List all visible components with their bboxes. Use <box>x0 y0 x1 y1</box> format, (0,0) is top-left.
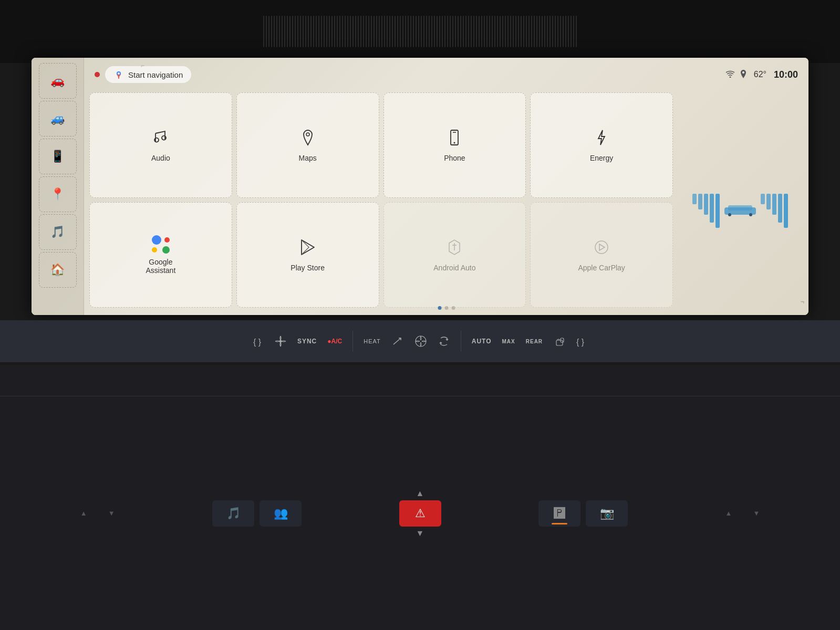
battery-bar <box>710 194 714 223</box>
right-arrow-up[interactable]: ▲ <box>725 509 732 517</box>
audio-icon <box>151 128 170 147</box>
vent-line <box>345 16 346 47</box>
vent-line <box>565 16 566 47</box>
left-arrow-up[interactable]: ▲ <box>80 509 87 517</box>
camera-button[interactable]: 📷 <box>586 500 628 527</box>
vent-line <box>352 16 354 47</box>
center-down-arrow[interactable]: ▼ <box>416 529 424 538</box>
users-hw-button[interactable]: 👥 <box>260 500 302 527</box>
sidebar-item-vehicle[interactable]: 🚙 <box>39 101 77 136</box>
sidebar-item-trailer[interactable]: 🚗 <box>39 63 77 99</box>
vent-line <box>413 16 414 47</box>
vent-line <box>515 16 516 47</box>
climate-item-left-bracket[interactable]: { } <box>253 333 264 349</box>
app-tile-google_assistant[interactable]: GoogleAssistant <box>89 202 232 308</box>
app-tile-maps[interactable]: Maps <box>236 92 379 198</box>
battery-visual <box>692 194 788 228</box>
android_auto-icon-container <box>445 238 464 259</box>
right-arrow-down[interactable]: ▼ <box>753 509 760 517</box>
vent-line <box>502 16 503 47</box>
svg-point-1 <box>118 72 120 75</box>
climate-item-max[interactable]: MAX <box>502 339 515 344</box>
start-navigation-button[interactable]: Start navigation <box>105 66 191 83</box>
app-tile-audio[interactable]: Audio <box>89 92 232 198</box>
vent-line <box>379 16 380 47</box>
app-tile-energy[interactable]: Energy <box>530 92 673 198</box>
vent-line <box>494 16 495 47</box>
climate-item-heat[interactable]: HEAT <box>364 338 381 344</box>
vent-line <box>423 16 424 47</box>
vent-line <box>331 16 333 47</box>
vent-line <box>521 16 522 47</box>
climate-item-cool-fan[interactable] <box>274 335 287 348</box>
sidebar-item-music[interactable]: 🎵 <box>39 214 77 250</box>
battery-bars-left <box>692 194 720 228</box>
climate-divider <box>461 331 461 352</box>
vent-line <box>468 16 469 47</box>
top-bar: Start navigation <box>89 63 803 86</box>
climate-item-seat-heat[interactable] <box>553 335 566 348</box>
app-tile-phone[interactable]: Phone <box>383 92 526 198</box>
vent-line <box>339 16 340 47</box>
assistant-icon <box>152 235 170 254</box>
vent-line <box>387 16 388 47</box>
bottom-strip-1 <box>0 365 840 396</box>
parking-button[interactable]: 🅿 <box>538 500 580 527</box>
play-store-icon <box>298 238 317 257</box>
climate-item-airflow[interactable] <box>391 335 404 348</box>
vent-line <box>523 16 524 47</box>
vent-line <box>321 16 322 47</box>
energy-label: Energy <box>590 154 613 162</box>
wifi-icon <box>725 70 735 79</box>
vent-line <box>295 16 296 47</box>
svg-point-12 <box>728 213 731 216</box>
climate-item-rear[interactable]: REAR <box>526 339 543 344</box>
maps-icon <box>298 128 317 147</box>
svg-point-2 <box>729 76 731 78</box>
climate-divider <box>352 331 353 352</box>
app-grid-container: Audio Maps Phone Energy Go <box>89 90 803 310</box>
vent-line <box>505 16 506 47</box>
battery-bar <box>772 194 776 215</box>
vent-line <box>560 16 561 47</box>
notification-dot <box>95 72 100 77</box>
page-dot-1[interactable] <box>444 306 448 310</box>
vent-line <box>479 16 480 47</box>
center-up-arrow[interactable]: ▲ <box>416 489 424 498</box>
page-dot-2[interactable] <box>451 306 455 310</box>
sidebar-item-tablet[interactable]: 📱 <box>39 139 77 174</box>
vent-line <box>513 16 514 47</box>
climate-item-fan[interactable] <box>414 335 427 348</box>
climate-item-right-bracket[interactable]: { } <box>576 333 587 349</box>
left-arrow-down[interactable]: ▼ <box>108 509 115 517</box>
vent-line <box>421 16 422 47</box>
sidebar-item-home[interactable]: 🏠 <box>39 252 77 288</box>
vent-line <box>486 16 488 47</box>
app-tile-play_store[interactable]: Play Store <box>236 202 379 308</box>
sidebar-item-location[interactable]: 📍 <box>39 176 77 212</box>
android_auto-label: Android Auto <box>433 264 475 272</box>
app-tile-android_auto: Android Auto <box>383 202 526 308</box>
vent-line <box>455 16 456 47</box>
maps-label: Maps <box>299 154 317 162</box>
play_store-label: Play Store <box>291 264 325 272</box>
vent-line <box>447 16 448 47</box>
vent-line <box>552 16 553 47</box>
vent-line <box>410 16 411 47</box>
vent-line <box>371 16 372 47</box>
climate-item-auto[interactable]: AUTO <box>472 338 492 345</box>
vent-line <box>402 16 403 47</box>
battery-bar <box>692 194 697 204</box>
phone-icon-container <box>445 128 464 150</box>
climate-item-ac[interactable]: ●A/C <box>327 338 342 345</box>
battery-bar <box>766 194 771 209</box>
hazard-button[interactable]: ⚠ <box>399 500 441 527</box>
page-dot-0[interactable] <box>438 306 441 310</box>
climate-item-sync[interactable]: SYNC <box>297 338 317 345</box>
vent-line <box>363 16 364 47</box>
music-hw-button[interactable]: 🎵 <box>212 500 254 527</box>
climate-item-recirc[interactable] <box>438 335 450 348</box>
svg-point-7 <box>454 142 455 144</box>
vent-line <box>366 16 367 47</box>
audio-label: Audio <box>151 154 170 162</box>
